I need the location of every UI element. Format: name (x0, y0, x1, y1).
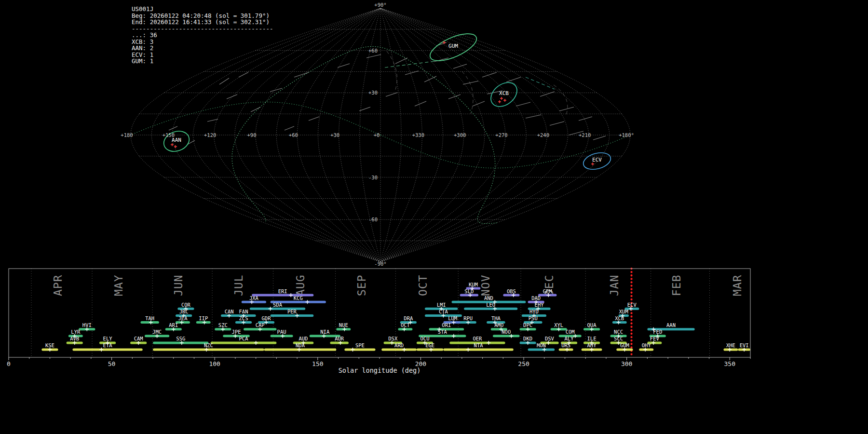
shower-count-line: XCB: 3 (132, 39, 273, 45)
radiant-group-XCB: XCB (486, 78, 521, 111)
month-label: APR (52, 274, 64, 296)
meteor-trail-segment (405, 71, 419, 75)
lon-label: +330 (412, 132, 424, 138)
lon-label: +210 (579, 132, 591, 138)
shower-label-NIA: NIA (320, 329, 330, 335)
month-label: MAR (731, 274, 744, 296)
shower-label-ERI: ERI (278, 288, 287, 294)
radiant-group-GUM: GUM (426, 28, 480, 67)
shower-label-COR: COR (181, 302, 191, 308)
tick-label: 150 (312, 360, 323, 367)
lon-label: +0 (374, 132, 380, 138)
shower-label-EHY: EHY (535, 302, 544, 308)
galactic-line (477, 176, 497, 224)
shower-bar-ERI (252, 294, 313, 297)
month-label: NOV (479, 274, 492, 296)
radiant-label-GUM: GUM (448, 43, 458, 49)
sky-map: GUMXCBAANECV+180+150+120+90+60+30+0+330+… (0, 0, 868, 267)
meteor-trail-segment (270, 88, 282, 92)
shower-label-OCT: OCT (401, 322, 410, 328)
shower-label-QUA: QUA (587, 322, 597, 328)
shower-label-NZC: NZC (204, 342, 213, 348)
shower-label-FAN: FAN (239, 309, 248, 314)
shower-label-COM: COM (566, 329, 575, 335)
shower-bar-ARD (381, 348, 417, 351)
lat-label: +60 (368, 48, 378, 54)
shower-label-MON: MON (537, 342, 546, 348)
shower-label-PER: PER (287, 309, 297, 314)
meteor-trail-segment (395, 58, 407, 64)
dashed-arc (387, 51, 397, 93)
month-label: OCT (417, 274, 429, 296)
shower-count-list: ...: 36XCB: 3AAN: 2ECV: 1GUM: 1 (132, 32, 273, 65)
shower-label-NOO: NOO (502, 329, 511, 335)
meteor-trail-segment (526, 115, 541, 118)
lat-label: -30 (368, 175, 378, 180)
meteor-trail-segment (550, 122, 564, 125)
shower-label-SDA: SDA (273, 302, 283, 308)
begin-time-line: Beg: 20260122 04:20:48 (sol = 301.79°) (132, 13, 273, 19)
shower-label-ARI: ARI (169, 322, 178, 328)
shower-label-NCC: NCC (614, 329, 623, 335)
lon-label: +240 (537, 132, 549, 138)
shower-drift-segment (526, 77, 555, 89)
shower-label-PCA: PCA (239, 336, 249, 341)
shower-label-NUE: NUE (339, 322, 348, 328)
shower-label-RPU: RPU (463, 315, 473, 321)
shower-label-GDR: GDR (262, 315, 271, 321)
shower-label-EVI: EVI (740, 342, 749, 348)
shower-label-XCB: XCB (615, 315, 624, 321)
shower-label-DSV: DSV (545, 336, 555, 341)
shower-label-LUM: LUM (448, 315, 457, 321)
month-label: FEB (670, 274, 683, 296)
shower-label-LMI: LMI (437, 302, 446, 308)
shower-label-FEV: FEV (650, 336, 660, 341)
shower-label-SSG: SSG (176, 336, 185, 341)
station-stats-block: US001JBeg: 20260122 04:20:48 (sol = 301.… (132, 6, 273, 65)
shower-label-CTA: CTA (439, 309, 448, 314)
month-label: SEP (355, 274, 368, 296)
meteor-trail-segment (294, 72, 309, 77)
shower-label-AHY: AHY (587, 342, 597, 348)
shower-label-SZC: SZC (218, 322, 228, 328)
meteor-trail-segment (251, 107, 260, 112)
meteor-trail-segment (424, 76, 436, 82)
shower-count-line: ...: 36 (132, 32, 273, 39)
meteor-trail-segment (285, 126, 294, 130)
shower-label-DRA: DRA (404, 315, 413, 321)
shower-label-LYR: LYR (71, 329, 81, 335)
shower-label-SPE: SPE (355, 342, 365, 348)
tick-label: 0 (7, 360, 11, 367)
radiant-label-ECV: ECV (592, 157, 602, 163)
tick-label: 300 (621, 360, 632, 367)
meteor-trail-segment (219, 78, 229, 84)
meteor-trail-segment (506, 77, 521, 82)
station-id: US001J (132, 6, 273, 13)
grid-meridian (380, 8, 485, 262)
shower-label-ECV: ECV (627, 302, 637, 308)
shower-bar-NTA (443, 348, 513, 351)
screenshot-root: US001JBeg: 20260122 04:20:48 (sol = 301.… (0, 0, 868, 434)
radiant-label-XCB: XCB (499, 90, 509, 96)
shower-bar-MON (528, 348, 555, 351)
shower-label-XUM: XUM (619, 309, 628, 314)
shower-label-HYD: HYD (529, 309, 539, 314)
shower-label-KCG: KCG (294, 295, 303, 301)
lat-label: +30 (368, 90, 378, 95)
shower-label-ELY: ELY (103, 336, 113, 341)
shower-drift-segment (385, 61, 435, 68)
lon-label: +90 (247, 132, 257, 138)
lon-label: +180 (121, 132, 133, 138)
shower-label-ALY: ALY (565, 336, 574, 341)
shower-label-OCU: OCU (420, 336, 430, 341)
tick-label: 100 (209, 360, 220, 367)
meteor-trail-segment (482, 72, 497, 77)
shower-label-THA: THA (491, 315, 501, 321)
shower-label-EGE: EGE (425, 342, 434, 348)
month-label: MAY (112, 274, 125, 296)
meteor-trail-segment (516, 102, 530, 106)
shower-label-KUM: KUM (469, 282, 478, 287)
shower-count-line: ECV: 1 (132, 52, 273, 58)
month-label: JUN (172, 274, 185, 296)
shower-label-AUD: AUD (298, 336, 308, 341)
